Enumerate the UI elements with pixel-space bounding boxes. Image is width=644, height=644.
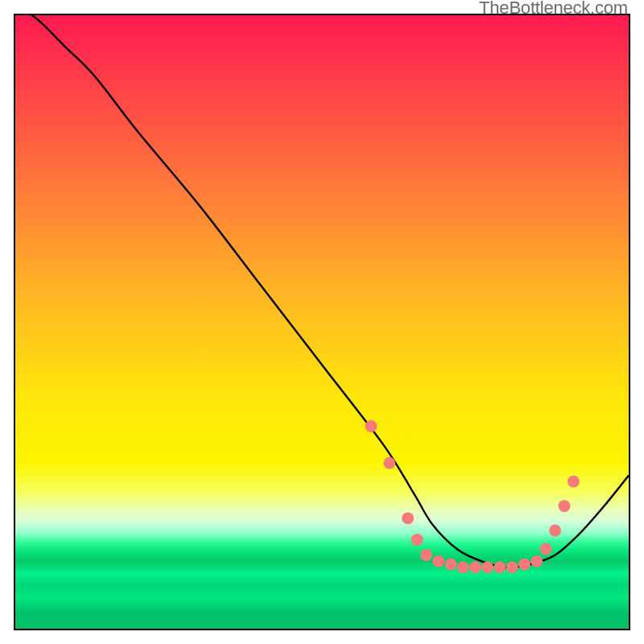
curve-marker — [506, 561, 518, 573]
curve-marker — [383, 457, 395, 469]
curve-marker — [411, 534, 423, 546]
curve-marker — [445, 559, 457, 571]
curve-marker — [494, 561, 506, 573]
curve-marker — [518, 559, 530, 571]
curve-marker — [457, 561, 469, 573]
curve-marker — [481, 561, 493, 573]
curve-marker — [559, 500, 571, 512]
curve-marker — [469, 561, 481, 573]
curve-marker — [402, 512, 414, 524]
curve-layer — [15, 15, 629, 629]
bottleneck-chart: TheBottleneck.com — [0, 0, 644, 644]
curve-marker — [549, 525, 561, 537]
plot-area — [14, 14, 630, 630]
curve-marker — [420, 549, 432, 561]
curve-marker — [432, 555, 444, 568]
bottleneck-curve-line — [15, 15, 629, 568]
curve-marker — [568, 476, 580, 488]
curve-marker — [540, 543, 552, 555]
curve-marker — [365, 420, 377, 432]
curve-marker — [530, 555, 543, 568]
curve-markers — [365, 420, 579, 573]
